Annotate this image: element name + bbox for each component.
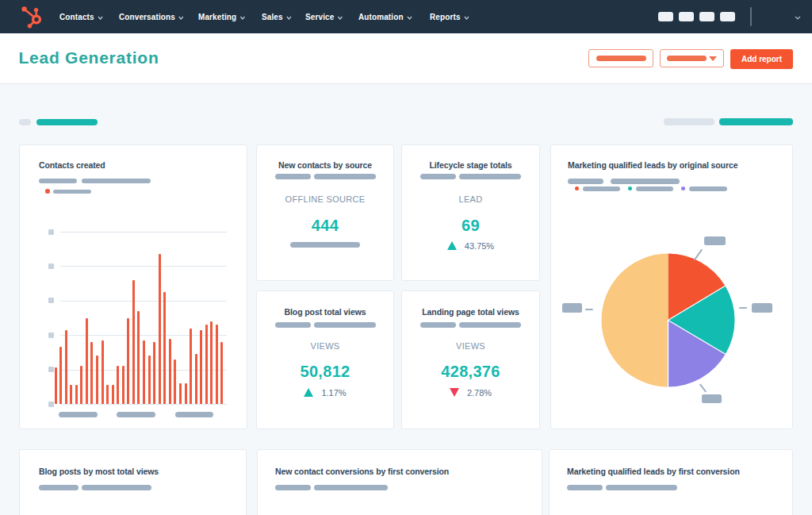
subtitle-placeholder-bar (420, 174, 456, 179)
subtitle-placeholder-bar (606, 485, 677, 490)
subtitle-placeholder-bar (82, 179, 151, 184)
legend-placeholder-bar (53, 190, 91, 194)
card-title: Blog post total views (257, 308, 393, 317)
nav-item-label: Sales (262, 12, 283, 21)
card-mql-by-first-conversion: Marketing qualified leads by first conve… (549, 449, 793, 515)
card-title: Lifecycle stage totals (402, 161, 539, 170)
y-tick-placeholder (48, 298, 54, 303)
subtitle-placeholder-bar (39, 179, 77, 184)
bar (195, 354, 197, 404)
delta-up-icon (304, 388, 313, 397)
subtitle-placeholder-bar (420, 322, 456, 328)
card-new-contact-conversions: New contact conversions by first convers… (257, 449, 542, 515)
subtitle-placeholders (402, 174, 539, 179)
page-title: Lead Generation (19, 48, 159, 67)
add-report-button[interactable]: Add report (730, 49, 793, 69)
y-tick-placeholder (48, 367, 54, 372)
subtitle-placeholder-bar (275, 174, 311, 179)
nav-item-marketing[interactable]: Marketing (198, 0, 245, 33)
subtitle-placeholder-bar (275, 322, 311, 328)
card-blog-post-total-views: Blog post total views VIEWS 50,812 1.17% (256, 290, 394, 429)
card-title: Marketing qualified leads by original so… (568, 161, 737, 170)
y-tick-placeholder (48, 402, 54, 407)
nav-item-label: Automation (358, 12, 404, 21)
chevron-down-icon (240, 16, 246, 20)
bar (159, 254, 161, 404)
bar (200, 330, 202, 404)
nav-item-label: Marketing (198, 12, 236, 21)
bar (90, 342, 93, 404)
pie-slice-yellow (602, 254, 668, 387)
metric-delta: 1.17% (257, 388, 393, 398)
subtitle-placeholder-bar (275, 485, 311, 490)
card-title: New contact conversions by first convers… (275, 467, 449, 476)
chevron-down-icon (98, 16, 103, 20)
bar (96, 356, 98, 404)
pie-callout-bottom (702, 394, 722, 403)
metric-label: VIEWS (257, 342, 393, 351)
dashboard-filter-button[interactable] (588, 49, 653, 67)
nav-item-conversations[interactable]: Conversations (119, 0, 184, 33)
metric-value: 50,812 (257, 363, 393, 380)
subtitle-placeholder-bar (568, 179, 603, 184)
chevron-down-icon (338, 16, 343, 20)
metric-placeholder-bar (290, 242, 360, 248)
bar (153, 342, 155, 404)
nav-icon-placeholder[interactable] (720, 12, 735, 21)
bar (127, 318, 129, 405)
chart-gridline (60, 301, 227, 302)
subtitle-placeholders (257, 174, 393, 179)
nav-item-service[interactable]: Service (305, 0, 343, 33)
legend-dot-purple (681, 186, 685, 190)
bar (137, 311, 140, 404)
bar (102, 340, 104, 404)
dashboard-actions-dropdown[interactable] (660, 49, 724, 67)
pie-callout-left-line (585, 309, 593, 310)
bar (179, 383, 182, 404)
subtitle-placeholder-bar (314, 174, 376, 179)
bar (59, 347, 62, 404)
filter-pill-small (19, 119, 31, 125)
subtitle-placeholder-bar (314, 485, 388, 490)
delta-value: 43.75% (465, 241, 494, 251)
card-title: Contacts created (39, 161, 105, 170)
bar (143, 340, 145, 404)
chevron-down-icon (407, 16, 412, 20)
bar (65, 330, 67, 404)
bar (122, 366, 124, 404)
metric-delta: 2.78% (402, 388, 539, 398)
chevron-down-icon (464, 16, 469, 20)
card-title: New contacts by source (257, 161, 393, 170)
nav-item-sales[interactable]: Sales (262, 0, 292, 33)
account-chevron-down-icon[interactable] (795, 16, 801, 20)
delta-value: 2.78% (467, 388, 492, 398)
card-new-contacts-by-source: New contacts by source OFFLINE SOURCE 44… (256, 144, 394, 281)
chart-gridline (60, 266, 227, 267)
subtitle-placeholders (257, 322, 393, 328)
y-tick-placeholder (48, 332, 54, 338)
pie-chart (595, 247, 741, 394)
filter-pill-teal-left (36, 119, 98, 125)
bar (220, 342, 223, 404)
nav-divider (750, 7, 752, 26)
subtitle-placeholder-bar (82, 485, 151, 490)
nav-item-automation[interactable]: Automation (358, 0, 412, 33)
bar (163, 292, 166, 404)
top-nav: Contacts Conversations Marketing Sales S… (0, 0, 812, 33)
bar (205, 325, 208, 404)
nav-item-label: Conversations (119, 12, 175, 21)
nav-icon-placeholder[interactable] (679, 12, 694, 21)
legend-dot-teal (628, 186, 632, 190)
card-contacts-created: Contacts created (19, 144, 247, 429)
page-header: Lead Generation Add report (0, 33, 812, 84)
nav-icon-placeholder[interactable] (658, 12, 673, 21)
bar (106, 385, 109, 404)
subtitle-placeholder-bar (567, 485, 603, 490)
bar (169, 339, 171, 404)
nav-item-contacts[interactable]: Contacts (59, 0, 103, 33)
nav-icon-placeholder[interactable] (699, 12, 714, 21)
nav-item-reports[interactable]: Reports (430, 0, 469, 33)
metric-value: 69 (402, 217, 539, 234)
bar (70, 385, 72, 404)
filter-pill-gray-right (664, 118, 714, 125)
